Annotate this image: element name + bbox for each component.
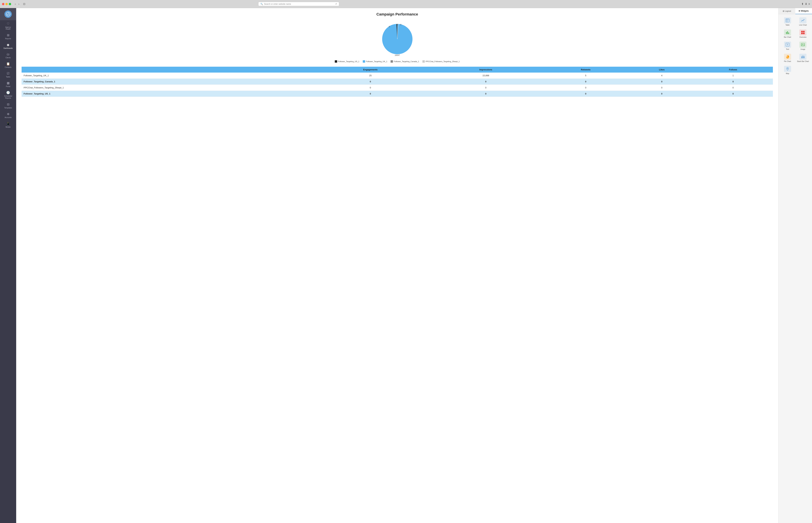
sidebar-item-tasks[interactable]: ☑ Tasks (0, 70, 16, 79)
table-row: Follower_Targeting_Canada_1 0 0 0 0 0 (21, 79, 773, 85)
sidebar-logo (0, 8, 16, 20)
pie-label-16047: 16047 (395, 54, 400, 56)
col-header-impressions: Impressions (431, 67, 541, 73)
cell-follows: 0 (693, 79, 773, 85)
table-row: PPCChat_Followers_Targeting_29sept_1 0 0… (21, 85, 773, 91)
mobile-icon: 📱 (6, 122, 10, 125)
widget-overview[interactable]: Overview (795, 28, 811, 40)
cell-engagements: 0 (310, 85, 431, 91)
nav-buttons: ‹ › (14, 2, 20, 6)
address-bar[interactable]: 🔍 Search or enter website name ↺ (258, 2, 339, 6)
widget-icon-table (784, 17, 791, 23)
svg-rect-12 (803, 31, 805, 32)
reports-icon: ⊞ (7, 33, 10, 37)
widget-line-chart[interactable]: Line Chart (795, 16, 811, 28)
cell-likes: 4 (630, 73, 693, 79)
forward-button[interactable]: › (17, 2, 20, 6)
widget-bar-chart[interactable]: Bar Chart (780, 28, 795, 40)
sidebar-label-portal: Portal (6, 86, 10, 87)
legend-swatch-ppcchat (422, 60, 425, 62)
sidebar-item-mobile[interactable]: 📱 Mobile (0, 120, 16, 130)
svg-rect-21 (801, 56, 802, 57)
tab-layout[interactable]: ⊞ Layout (778, 8, 795, 14)
widget-icon-pie-chart (784, 54, 791, 60)
cell-likes: 0 (630, 85, 693, 91)
sidebar-label-agency-health: AgencyHealth (5, 26, 11, 30)
more-button[interactable]: ≡ (809, 2, 810, 5)
cell-retweets: 5 (541, 73, 630, 79)
cell-follows: 1 (693, 73, 773, 79)
widget-icon-text: T (784, 41, 791, 48)
widget-label-map: Map (786, 73, 789, 75)
cell-impressions: 0 (431, 91, 541, 97)
close-button[interactable] (2, 3, 4, 5)
portal-icon: ▦ (7, 81, 10, 85)
sidebar-item-agency-health[interactable]: ♡ AgencyHealth (0, 20, 16, 32)
widget-stack-bar-chart[interactable]: Stack Bar Chart (795, 52, 811, 64)
col-header-engagements: Engagements (310, 67, 431, 73)
app-layout: ♡ AgencyHealth ⊞ Reports ◉ Dashboards 🗂 … (0, 8, 812, 523)
svg-text:T: T (787, 43, 788, 46)
sidebar-item-dashboards[interactable]: ◉ Dashboards (0, 41, 16, 51)
col-header-name (21, 67, 310, 73)
sidebar-toggle-button[interactable]: ⊡ (22, 2, 27, 6)
tab-widgets[interactable]: ≋ Widgets (795, 8, 812, 14)
pie-chart-svg (379, 20, 416, 58)
widget-text[interactable]: T Text (780, 40, 795, 52)
tasks-icon: ☑ (7, 72, 10, 75)
sidebar-item-accounts[interactable]: ⊕ Accounts (0, 110, 16, 120)
widget-table[interactable]: Table (780, 16, 795, 28)
back-button[interactable]: ‹ (14, 2, 17, 6)
widget-icon-overview (799, 30, 807, 36)
search-icon: 🔍 (260, 3, 263, 5)
sidebar-label-tasks: Tasks (6, 76, 10, 78)
pie-label-0-right2: 0 (400, 23, 401, 25)
svg-rect-22 (802, 56, 803, 58)
sidebar-item-clients[interactable]: 🗂 Clients (0, 51, 16, 60)
svg-rect-25 (804, 56, 805, 57)
widget-label-image: Image (800, 48, 805, 50)
legend-item-canada: Follower_Targeting_Canada_1 (391, 60, 419, 62)
cell-retweets: 0 (541, 91, 630, 97)
widget-label-table: Table (785, 24, 790, 26)
contacts-icon: 📋 (6, 62, 10, 66)
minimize-button[interactable] (5, 3, 8, 5)
sidebar-label-contacts: Contacts (5, 66, 11, 68)
svg-rect-20 (801, 57, 802, 58)
maximize-button[interactable] (9, 3, 11, 5)
svg-point-26 (787, 68, 788, 69)
sidebar-item-contacts[interactable]: 📋 Contacts (0, 60, 16, 70)
sidebar-item-scheduled-reports[interactable]: 🕐 ScheduledReports (0, 89, 16, 101)
svg-rect-14 (803, 33, 805, 34)
cell-likes: 0 (630, 79, 693, 85)
address-text: Search or enter website name (264, 3, 291, 5)
share-button[interactable]: ⬆ (801, 2, 804, 5)
cell-follows: 0 (693, 85, 773, 91)
widget-map[interactable]: Map (780, 64, 795, 76)
sidebar-item-templates[interactable]: ⊟ Templates (0, 101, 16, 110)
cell-name: Follower_Targeting_UK_1 (21, 73, 310, 79)
clients-icon: 🗂 (6, 53, 10, 56)
pie-label-0-left: 0 (389, 25, 390, 28)
widget-image[interactable]: Image (795, 40, 811, 52)
cell-name: Follower_Targeting_Canada_1 (21, 79, 310, 85)
browser-chrome: ‹ › ⊡ 🔍 Search or enter website name ↺ ⬆… (0, 0, 812, 8)
cell-engagements: 25 (310, 73, 431, 79)
widget-icon-line-chart (799, 17, 807, 23)
cell-follows: 0 (693, 91, 773, 97)
widget-label-pie-chart: Pie Chart (784, 60, 791, 62)
svg-rect-10 (789, 33, 789, 34)
widget-icon-bar-chart (784, 30, 791, 36)
svg-rect-9 (787, 31, 788, 34)
sidebar-item-reports[interactable]: ⊞ Reports (0, 32, 16, 41)
sidebar-item-portal[interactable]: ▦ Portal (0, 79, 16, 89)
widget-icon-stack-bar-chart (799, 54, 807, 60)
scheduled-reports-icon: 🕐 (6, 91, 10, 94)
heart-icon: ♡ (7, 22, 10, 25)
right-panel: ⊞ Layout ≋ Widgets Table Line Chart Bar … (778, 8, 812, 523)
widget-label-stack-bar-chart: Stack Bar Chart (797, 60, 809, 62)
widget-pie-chart[interactable]: Pie Chart (780, 52, 795, 64)
refresh-icon[interactable]: ↺ (335, 3, 337, 5)
download-button[interactable]: ⬇ (805, 2, 807, 5)
cell-impressions: 0 (431, 85, 541, 91)
